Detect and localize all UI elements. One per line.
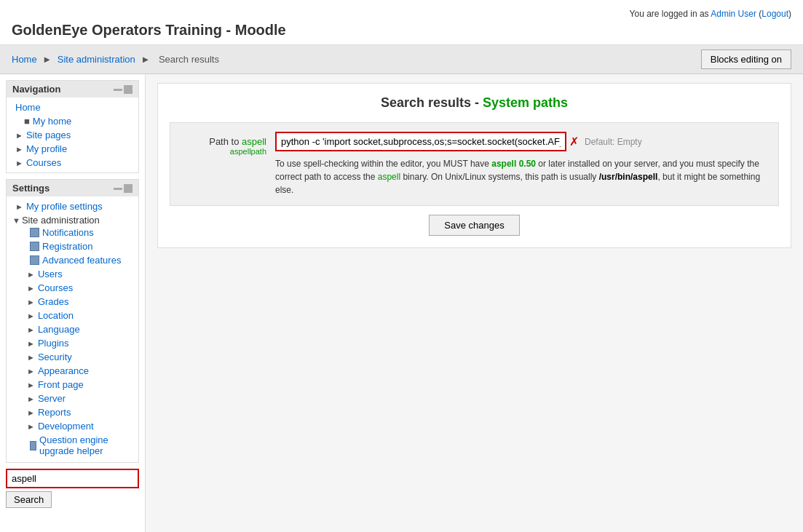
- user-info: You are logged in as Admin User (Logout): [12, 6, 791, 22]
- notifications-icon: [30, 228, 39, 237]
- aspell-sublabel: aspellpath: [179, 147, 266, 156]
- nav-courses[interactable]: ►Courses: [7, 156, 138, 170]
- content-box: Search results - System paths Path to as…: [157, 83, 791, 248]
- aspell-label-green: aspell: [242, 136, 266, 147]
- advanced-features-icon: [30, 255, 39, 265]
- setting-input-row: ✗ Default: Empty: [275, 132, 770, 151]
- nav-expand-icon[interactable]: [124, 85, 132, 94]
- settings-my-profile-settings[interactable]: ►My profile settings: [7, 199, 138, 213]
- navigation-block-content: Home ■My home ►Site pages ►My profile ►C…: [7, 98, 138, 172]
- search-button[interactable]: Search: [6, 491, 52, 508]
- site-title: GoldenEye Operators Training - Moodle: [12, 22, 791, 39]
- settings-grades[interactable]: ►Grades: [12, 295, 132, 309]
- default-label: Default: Empty: [585, 137, 642, 147]
- site-admin-parent: ▼ Site administration Notifications Regi…: [7, 213, 138, 459]
- nav-collapse-icon[interactable]: [114, 89, 122, 91]
- setting-input-wrap: ✗ Default: Empty To use spell-checking w…: [275, 132, 770, 196]
- content-title: Search results - System paths: [170, 95, 779, 111]
- settings-row: Path to aspell aspellpath ✗ Default: Emp…: [170, 122, 779, 206]
- settings-collapse-icon[interactable]: [114, 188, 122, 190]
- settings-expand-icon[interactable]: [124, 184, 132, 193]
- settings-server[interactable]: ►Server: [12, 392, 132, 405]
- breadcrumb-site-admin[interactable]: Site administration: [58, 54, 135, 65]
- clear-icon[interactable]: ✗: [569, 135, 579, 148]
- nav-my-home[interactable]: ■My home: [7, 114, 138, 128]
- settings-users[interactable]: ►Users: [12, 267, 132, 281]
- settings-security[interactable]: ►Security: [12, 350, 132, 364]
- site-admin-row: ▼ Site administration: [12, 215, 132, 226]
- sidebar: Navigation Home ■My home ►Site pages ►My…: [0, 74, 146, 532]
- breadcrumb-current: Search results: [159, 54, 219, 65]
- aspell-path-input[interactable]: [275, 132, 566, 151]
- path-bold: /usr/bin/aspell: [599, 172, 658, 182]
- username-link[interactable]: Admin User: [711, 9, 756, 19]
- navigation-block: Navigation Home ■My home ►Site pages ►My…: [6, 80, 139, 173]
- settings-front-page[interactable]: ►Front page: [12, 378, 132, 392]
- nav-site-pages[interactable]: ►Site pages: [7, 128, 138, 142]
- settings-location[interactable]: ►Location: [12, 309, 132, 322]
- settings-block-content: ►My profile settings ▼ Site administrati…: [7, 196, 138, 462]
- version-bold: 0.50: [519, 159, 536, 169]
- navigation-title: Navigation: [12, 84, 60, 95]
- content-title-link[interactable]: System paths: [483, 95, 568, 110]
- settings-block: Settings ►My profile settings ▼ Site adm…: [6, 179, 139, 463]
- navigation-block-header: Navigation: [7, 81, 138, 98]
- save-changes-button[interactable]: Save changes: [429, 215, 519, 236]
- breadcrumb-sep1: ►: [42, 54, 52, 65]
- nav-home[interactable]: Home: [7, 100, 138, 114]
- content-area: Search results - System paths Path to as…: [146, 74, 803, 532]
- logout-link[interactable]: Logout: [762, 9, 788, 19]
- breadcrumb: Home ► Site administration ► Search resu…: [12, 54, 222, 65]
- settings-language[interactable]: ►Language: [12, 322, 132, 336]
- settings-courses[interactable]: ►Courses: [12, 281, 132, 295]
- blocks-editing-button[interactable]: Blocks editing on: [701, 49, 791, 69]
- settings-plugins[interactable]: ►Plugins: [12, 336, 132, 350]
- settings-registration[interactable]: Registration: [12, 239, 132, 253]
- save-btn-wrap: Save changes: [170, 215, 779, 236]
- nav-my-profile[interactable]: ►My profile: [7, 142, 138, 156]
- breadcrumb-home[interactable]: Home: [12, 54, 37, 65]
- registration-icon: [30, 242, 39, 251]
- logged-in-text: You are logged in as: [630, 9, 711, 19]
- settings-block-header: Settings: [7, 180, 138, 196]
- question-engine-icon: [30, 441, 36, 450]
- settings-title: Settings: [12, 183, 50, 194]
- settings-inner: Path to aspell aspellpath ✗ Default: Emp…: [179, 132, 770, 196]
- breadcrumb-bar: Home ► Site administration ► Search resu…: [0, 45, 803, 74]
- settings-notifications[interactable]: Notifications: [12, 226, 132, 239]
- setting-description: To use spell-checking within the editor,…: [275, 157, 770, 196]
- aspell-green: aspell: [378, 172, 400, 182]
- breadcrumb-sep2: ►: [141, 54, 150, 65]
- site-admin-label: Site administration: [22, 215, 100, 226]
- setting-label: Path to aspell aspellpath: [179, 132, 266, 156]
- aspell-bold: aspell: [491, 159, 516, 169]
- settings-appearance[interactable]: ►Appearance: [12, 364, 132, 378]
- settings-advanced-features[interactable]: Advanced features: [12, 253, 132, 267]
- search-input[interactable]: [6, 469, 139, 488]
- settings-reports[interactable]: ►Reports: [12, 405, 132, 419]
- settings-question-engine[interactable]: Question engine upgrade helper: [12, 433, 132, 458]
- sidebar-search: Search: [6, 469, 139, 508]
- settings-development[interactable]: ►Development: [12, 419, 132, 433]
